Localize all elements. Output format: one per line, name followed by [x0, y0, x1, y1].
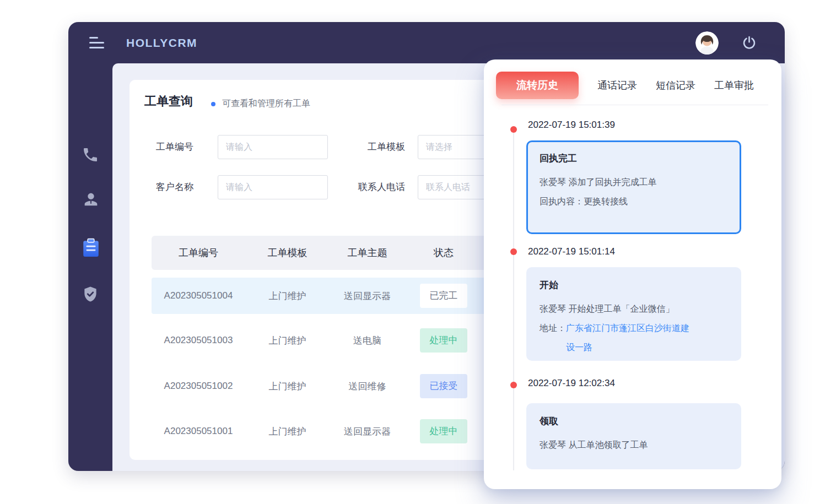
timeline-card-address: 地址：广东省江门市蓬江区白沙街道建设一路	[540, 318, 728, 357]
header-status: 状态	[405, 246, 482, 259]
cell-order-no: A202305051003	[152, 335, 245, 346]
sidebar-item-contacts[interactable]	[82, 190, 99, 209]
app-logo: HOLLYCRM	[126, 22, 197, 63]
timeline-line	[513, 129, 514, 470]
menu-toggle-icon[interactable]	[89, 37, 106, 49]
timeline-card: 开始 张爱琴 开始处理工单「企业微信」 地址：广东省江门市蓬江区白沙街道建设一路	[526, 267, 741, 361]
detail-tabs: 流转历史 通话记录 短信记录 工单审批	[496, 72, 769, 99]
clipboard-icon	[82, 238, 100, 258]
cell-template: 上门维护	[245, 380, 330, 393]
page-subtitle: 可查看和管理所有工单	[222, 98, 310, 110]
page-title: 工单查询	[144, 93, 193, 110]
tab-transfer-history[interactable]: 流转历史	[496, 72, 579, 99]
top-bar: HOLLYCRM	[68, 22, 785, 63]
timeline-card-selected[interactable]: 回执完工 张爱琴 添加了回执并完成工单 回执内容：更换转接线	[526, 140, 741, 234]
cell-template: 上门维护	[245, 290, 330, 302]
tab-approval[interactable]: 工单审批	[714, 79, 754, 92]
tabs-divider	[501, 105, 768, 105]
address-link[interactable]: 广东省江门市蓬江区白沙街道建设一路	[566, 318, 694, 357]
tab-call-records[interactable]: 通话记录	[597, 79, 637, 92]
phone-icon	[82, 146, 99, 164]
status-badge: 已接受	[420, 374, 467, 398]
timeline-dot	[510, 126, 517, 133]
timeline-timestamp: 2022-07-19 15:01:39	[528, 120, 615, 131]
cell-subject: 送电脑	[330, 334, 405, 347]
cell-subject: 送回维修	[330, 380, 405, 393]
timeline-card-title: 开始	[540, 279, 728, 291]
timeline-timestamp: 2022-07-19 15:01:14	[528, 246, 615, 257]
cell-order-no: A202305051004	[152, 290, 245, 301]
sidebar-item-security[interactable]	[82, 285, 99, 304]
cell-subject: 送回显示器	[330, 425, 405, 438]
status-badge: 已完工	[420, 284, 467, 308]
template-select-placeholder: 请选择	[426, 142, 452, 151]
timeline-card-line: 张爱琴 添加了回执并完成工单	[540, 172, 728, 192]
sidebar-item-work-orders[interactable]	[82, 238, 99, 257]
customer-input[interactable]	[218, 175, 328, 199]
header-order-no: 工单编号	[152, 246, 245, 259]
cell-template: 上门维护	[245, 425, 330, 438]
tab-sms-records[interactable]: 短信记录	[656, 79, 695, 92]
timeline-card: 领取 张爱琴 从工单池领取了工单	[526, 403, 741, 469]
status-badge: 处理中	[420, 328, 467, 353]
work-order-detail-panel: 流转历史 通话记录 短信记录 工单审批 2022-07-19 15:01:39 …	[484, 59, 781, 489]
timeline-card-title: 回执完工	[540, 152, 728, 165]
status-badge: 处理中	[420, 419, 467, 443]
page-subtitle-wrap: 可查看和管理所有工单	[211, 98, 310, 110]
template-label: 工单模板	[347, 135, 405, 159]
order-no-input[interactable]	[218, 135, 328, 159]
timeline-card-line: 张爱琴 从工单池领取了工单	[540, 435, 728, 454]
subtitle-dot	[211, 102, 215, 106]
timeline-card-line: 回执内容：更换转接线	[540, 192, 728, 211]
timeline-card-line: 张爱琴 开始处理工单「企业微信」	[540, 299, 728, 318]
contact-phone-label: 联系人电话	[342, 175, 405, 199]
header-subject: 工单主题	[330, 246, 405, 259]
customer-label: 客户名称	[145, 175, 193, 199]
timeline-card-title: 领取	[540, 415, 728, 427]
timeline-dot	[510, 382, 517, 388]
timeline-timestamp: 2022-07-19 12:02:34	[528, 378, 615, 389]
timeline-dot	[510, 248, 517, 255]
cell-order-no: A202305051002	[152, 381, 245, 392]
user-avatar[interactable]	[695, 31, 719, 55]
user-icon	[82, 190, 100, 209]
cell-order-no: A202305051001	[152, 426, 245, 437]
avatar-image	[695, 31, 719, 55]
header-template: 工单模板	[245, 246, 330, 259]
logout-power-icon[interactable]	[742, 35, 757, 50]
order-no-label: 工单编号	[145, 135, 193, 159]
cell-template: 上门维护	[245, 334, 330, 347]
shield-check-icon	[82, 285, 99, 304]
cell-subject: 送回显示器	[330, 290, 405, 302]
sidebar-item-calls[interactable]	[82, 146, 99, 165]
address-label: 地址：	[540, 323, 566, 333]
